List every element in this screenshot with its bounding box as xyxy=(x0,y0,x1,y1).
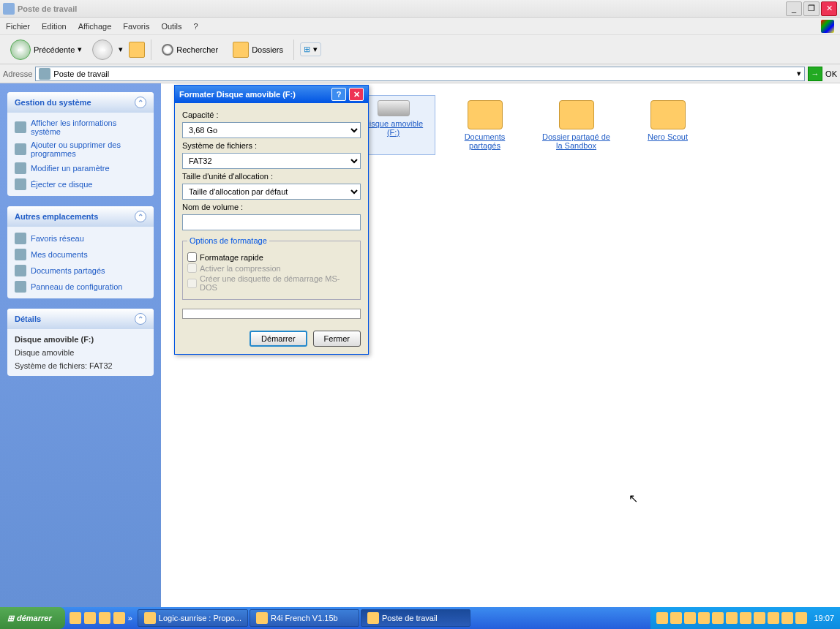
chevron-down-icon[interactable]: ▾ xyxy=(797,69,801,78)
start-label: démarrer xyxy=(17,614,52,622)
back-button[interactable]: ← Précédente ▾ xyxy=(6,38,86,61)
info-icon xyxy=(15,121,26,133)
options-legend: Options de formatage xyxy=(187,236,269,245)
tray-icon[interactable] xyxy=(740,612,751,624)
tray-icon[interactable] xyxy=(656,612,668,624)
start-button[interactable]: Démarrer xyxy=(250,331,307,347)
chevron-down-icon[interactable]: ▾ xyxy=(119,45,123,54)
start-button[interactable]: ⊞ démarrer xyxy=(0,607,65,629)
menu-file[interactable]: Fichier xyxy=(6,22,30,31)
taskbar-task[interactable]: Logic-sunrise : Propo... xyxy=(138,609,248,627)
window-icon xyxy=(3,3,15,15)
sidelink-add-remove[interactable]: Ajouter ou supprimer des programmes xyxy=(15,140,146,158)
taskbar-task[interactable]: Poste de travail xyxy=(361,609,470,627)
dialog-help-button[interactable]: ? xyxy=(331,88,346,101)
drive-item[interactable]: Dossier partagé de la Sandbox xyxy=(534,95,618,155)
drive-icon xyxy=(650,100,686,129)
quick-format-checkbox[interactable]: Formatage rapide xyxy=(187,252,356,262)
tray-icon[interactable] xyxy=(768,612,779,624)
menu-tools[interactable]: Outils xyxy=(161,22,181,31)
dialog-close-button[interactable]: ✕ xyxy=(349,88,364,101)
collapse-icon[interactable]: ⌃ xyxy=(135,313,146,325)
dialog-title: Formater Disque amovible (F:) xyxy=(179,90,296,99)
taskbar: ⊞ démarrer » Logic-sunrise : Propo...R4i… xyxy=(0,607,840,629)
menu-favorites[interactable]: Favoris xyxy=(123,22,149,31)
close-button[interactable]: ✕ xyxy=(821,1,837,16)
menu-help[interactable]: ? xyxy=(194,22,198,31)
ql-expand[interactable]: » xyxy=(128,614,132,622)
drive-item[interactable]: Documents partagés xyxy=(443,95,527,155)
compression-label: Activer la compression xyxy=(200,264,281,273)
clock[interactable]: 19:07 xyxy=(814,614,834,622)
taskbar-task[interactable]: R4i French V1.15b xyxy=(250,609,359,627)
drive-label: Documents partagés xyxy=(448,132,522,150)
folder-icon xyxy=(15,249,26,260)
search-icon xyxy=(162,44,173,56)
sidebox-system-header[interactable]: Gestion du système ⌃ xyxy=(7,92,154,113)
separator xyxy=(151,39,151,60)
sidelink-change-setting[interactable]: Modifier un paramètre xyxy=(15,162,146,174)
cursor-icon: ↖ xyxy=(629,491,638,505)
chevron-down-icon[interactable]: ▾ xyxy=(78,45,82,54)
tray-icon[interactable] xyxy=(726,612,738,624)
computer-icon xyxy=(39,68,50,80)
capacity-select[interactable]: 3,68 Go xyxy=(182,122,361,138)
sidebox-details-title: Détails xyxy=(15,314,41,323)
drive-label: Dossier partagé de la Sandbox xyxy=(539,132,613,150)
drive-item[interactable]: Nero Scout xyxy=(626,95,710,155)
menubar: Fichier Edition Affichage Favoris Outils… xyxy=(0,18,840,35)
sidebox-details-header[interactable]: Détails ⌃ xyxy=(7,309,154,329)
format-options: Options de formatage Formatage rapide Ac… xyxy=(182,236,361,300)
task-label: Poste de travail xyxy=(382,614,438,622)
sidebox-other-header[interactable]: Autres emplacements ⌃ xyxy=(7,206,154,227)
search-button[interactable]: Rechercher xyxy=(157,42,222,57)
up-folder-icon[interactable] xyxy=(129,42,145,58)
forward-button[interactable]: → xyxy=(92,39,113,60)
go-button[interactable]: → xyxy=(808,67,822,81)
sidelink-label: Afficher les informations système xyxy=(31,118,146,136)
ql-icon[interactable] xyxy=(113,612,125,624)
sidelink-eject[interactable]: Éjecter ce disque xyxy=(15,178,146,190)
search-label: Rechercher xyxy=(176,45,218,54)
tray-icon[interactable] xyxy=(698,612,710,624)
control-panel-icon xyxy=(15,281,26,293)
ql-icon[interactable] xyxy=(70,612,81,624)
tray-icon[interactable] xyxy=(754,612,765,624)
network-icon xyxy=(15,233,26,244)
sidelink-documents[interactable]: Mes documents xyxy=(15,249,146,260)
tray-icon[interactable] xyxy=(795,612,807,624)
window-title: Poste de travail xyxy=(18,4,786,13)
ql-icon[interactable] xyxy=(99,612,110,624)
menu-view[interactable]: Affichage xyxy=(78,22,112,31)
allocation-select[interactable]: Taille d'allocation par défaut xyxy=(182,184,361,200)
tray-icon[interactable] xyxy=(781,612,793,624)
main-area: Gestion du système ⌃ Afficher les inform… xyxy=(0,83,840,607)
collapse-icon[interactable]: ⌃ xyxy=(135,97,146,108)
menu-edit[interactable]: Edition xyxy=(42,22,67,31)
window-titlebar: Poste de travail _ ❐ ✕ xyxy=(0,0,840,18)
volume-input[interactable] xyxy=(182,214,361,230)
close-button[interactable]: Fermer xyxy=(313,331,361,347)
progress-bar xyxy=(182,309,361,319)
filesystem-select[interactable]: FAT32 xyxy=(182,153,361,169)
maximize-button[interactable]: ❐ xyxy=(803,1,820,16)
capacity-label: Capacité : xyxy=(182,110,361,119)
collapse-icon[interactable]: ⌃ xyxy=(135,211,146,222)
sidelink-shared[interactable]: Documents partagés xyxy=(15,265,146,276)
folders-button[interactable]: Dossiers xyxy=(228,40,288,59)
ql-icon[interactable] xyxy=(84,612,96,624)
minimize-button[interactable]: _ xyxy=(786,1,802,16)
views-button[interactable]: ⊞ ▾ xyxy=(300,42,321,56)
tray-icon[interactable] xyxy=(684,612,696,624)
sidelink-system-info[interactable]: Afficher les informations système xyxy=(15,118,146,136)
sidelink-network[interactable]: Favoris réseau xyxy=(15,233,146,244)
programs-icon xyxy=(15,143,26,155)
tray-icon[interactable] xyxy=(670,612,682,624)
side-panel: Gestion du système ⌃ Afficher les inform… xyxy=(0,83,161,607)
tray-icon[interactable] xyxy=(712,612,724,624)
windows-flag-icon xyxy=(821,20,834,33)
separator xyxy=(293,39,294,60)
address-combo[interactable]: Poste de travail ▾ xyxy=(35,67,805,81)
sidelink-control-panel[interactable]: Panneau de configuration xyxy=(15,281,146,293)
toolbar: ← Précédente ▾ → ▾ Rechercher Dossiers ⊞… xyxy=(0,35,840,64)
